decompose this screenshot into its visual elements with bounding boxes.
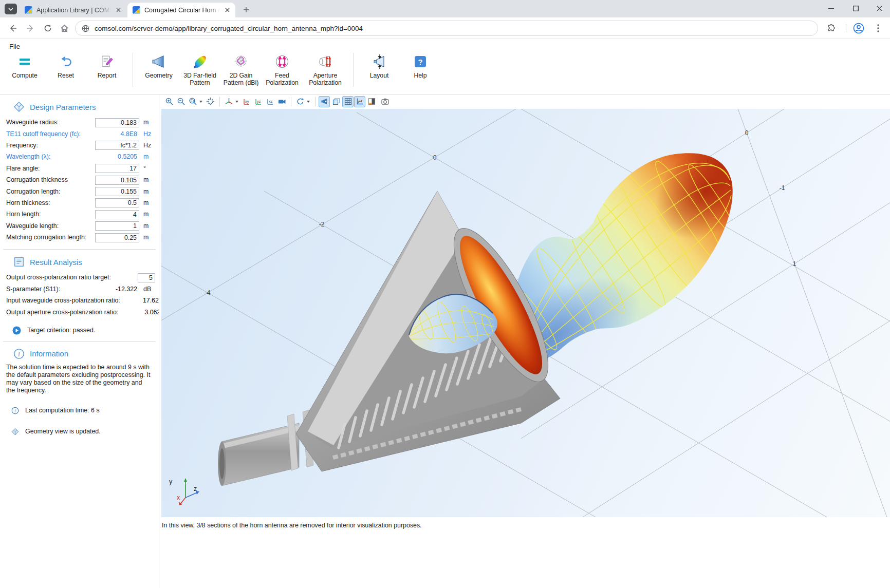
frequency-input[interactable] [95, 141, 139, 150]
puzzle-piece-icon [827, 24, 836, 33]
cross-polarization-target-input[interactable] [138, 273, 155, 282]
grid-icon [344, 97, 353, 106]
profile-avatar-button[interactable] [850, 20, 867, 37]
toolbar-separator [315, 97, 316, 106]
compute-label: Compute [12, 72, 37, 80]
tab-close-button[interactable] [223, 6, 231, 14]
axis-label: -4 [205, 289, 211, 296]
geometry-horn-icon [151, 53, 166, 70]
view-xz-button[interactable]: xz [264, 96, 275, 107]
axis-label: 0 [433, 154, 437, 161]
rotate-dropdown-caret[interactable] [307, 101, 310, 103]
invert-background-button[interactable] [366, 96, 377, 107]
url-address-bar[interactable]: comsol.com/server-demo/app/library_corru… [75, 21, 818, 36]
scene-light-icon [320, 97, 329, 106]
result-row-target: Output cross-polarization ratio target: … [0, 272, 159, 283]
ribbon-separator [353, 53, 354, 87]
geometry-button[interactable]: Geometry [138, 51, 179, 80]
compute-button[interactable]: Compute [4, 51, 45, 80]
param-row-horn-length: Horn length: m [0, 208, 159, 220]
aperture-polarization-button[interactable]: Aperture Polarization [303, 51, 348, 86]
gain-2d-button[interactable]: 2D Gain Pattern (dBi) [220, 51, 262, 86]
zoom-out-icon [177, 97, 186, 106]
view-yz-button[interactable]: yz [252, 96, 264, 107]
default-view-button[interactable] [223, 96, 234, 107]
reset-icon [59, 53, 73, 70]
geometry-diamond-icon [11, 428, 19, 435]
scene-light-toggle[interactable] [319, 96, 330, 107]
corrugation-thickness-input[interactable] [95, 176, 139, 185]
help-button[interactable]: ? Help [400, 51, 441, 80]
reload-button[interactable] [39, 20, 57, 37]
horn-thickness-input[interactable] [95, 198, 139, 207]
grid-toggle[interactable] [342, 96, 354, 107]
window-maximize-button[interactable] [845, 0, 866, 17]
forward-button[interactable] [22, 20, 39, 37]
tab-search-button[interactable] [5, 4, 17, 14]
zoom-box-dropdown-caret[interactable] [199, 101, 202, 103]
tab-close-button[interactable] [114, 6, 122, 14]
browser-tab-application-library[interactable]: Application Library | COMSOL S [20, 3, 126, 17]
zoom-box-button[interactable] [187, 96, 198, 107]
file-menu[interactable]: File [7, 42, 22, 51]
feed-polarization-icon [274, 53, 290, 70]
back-arrow-icon [9, 24, 17, 32]
site-info-globe-icon [82, 25, 89, 32]
report-icon [100, 53, 114, 70]
information-icon: i [13, 348, 25, 359]
kebab-menu-icon [877, 24, 879, 32]
zoom-extents-button[interactable] [205, 96, 216, 107]
view-xy-icon: xy [242, 97, 251, 106]
default-view-dropdown-caret[interactable] [235, 101, 238, 103]
rotate-icon [296, 97, 305, 106]
info-circle-icon: i [11, 407, 19, 414]
browser-tab-horn-antenna[interactable]: Corrugated Circular Horn Anten [127, 3, 235, 17]
rotate-button[interactable] [294, 96, 306, 107]
horn-length-input[interactable] [95, 210, 139, 219]
param-row-waveguide-radius: Waveguide radius: m [0, 117, 159, 128]
svg-text:i: i [18, 350, 20, 357]
extensions-button[interactable] [822, 20, 840, 37]
perspective-button[interactable] [276, 96, 287, 107]
flare-angle-input[interactable] [95, 164, 139, 173]
triad-x-label: x [177, 494, 180, 501]
browser-navbar: comsol.com/server-demo/app/library_corru… [0, 17, 890, 39]
feed-polarization-label: Feed Polarization [266, 72, 299, 86]
waveguide-radius-input[interactable] [95, 118, 139, 127]
url-text: comsol.com/server-demo/app/library_corru… [95, 25, 363, 32]
minimize-icon [828, 8, 834, 9]
back-button[interactable] [4, 20, 22, 37]
waveguide-length-input[interactable] [95, 221, 139, 231]
result-analysis-list-icon [13, 256, 25, 268]
zoom-out-button[interactable] [175, 96, 187, 107]
matching-corrugation-length-input[interactable] [95, 233, 139, 242]
graphics-3d-viewport[interactable]: 0 -2 -4 0 -1 1 y z x [161, 109, 890, 517]
feed-polarization-button[interactable]: Feed Polarization [262, 51, 303, 86]
transparency-toggle[interactable] [330, 96, 342, 107]
new-tab-button[interactable] [240, 4, 252, 15]
aperture-polarization-icon [318, 53, 333, 70]
information-title: Information [30, 349, 68, 358]
plot-settings-toggle[interactable] [354, 96, 365, 107]
param-row-corrugation-thickness: Corrugation thickness m [0, 174, 159, 185]
browser-menu-button[interactable] [869, 20, 887, 37]
gain-2d-polar-icon [233, 53, 249, 70]
report-button[interactable]: Report [86, 51, 127, 80]
farfield-3d-label: 3D Far-field Pattern [183, 72, 216, 86]
snapshot-button[interactable] [380, 96, 391, 107]
view-xy-button[interactable]: xy [240, 96, 252, 107]
window-minimize-button[interactable] [820, 0, 842, 17]
farfield-3d-button[interactable]: 3D Far-field Pattern [179, 51, 220, 86]
home-button[interactable] [55, 20, 73, 37]
target-criterion-status: Target criterion: passed. [12, 326, 159, 335]
design-parameters-title: Design Parameters [30, 103, 96, 111]
comsol-favicon [133, 6, 140, 14]
play-status-icon [12, 326, 21, 335]
corrugation-length-input[interactable] [95, 187, 139, 196]
reset-button[interactable]: Reset [45, 51, 86, 80]
layout-button[interactable]: Layout [359, 51, 400, 80]
window-close-button[interactable] [868, 0, 890, 17]
zoom-in-button[interactable] [163, 96, 175, 107]
comsol-favicon [25, 6, 32, 14]
transparency-cube-icon [332, 97, 341, 106]
